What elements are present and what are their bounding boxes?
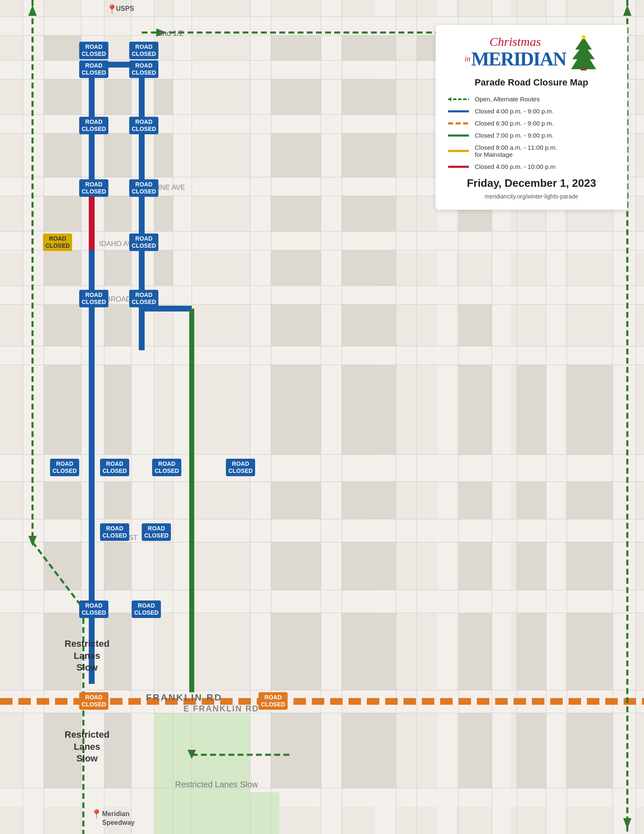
svg-rect-77: [271, 613, 321, 690]
svg-rect-81: [567, 613, 613, 690]
road-closed-badge-1: ROADCLOSED: [79, 42, 108, 59]
svg-rect-54: [271, 196, 321, 231]
svg-rect-68: [342, 482, 396, 519]
svg-rect-28: [44, 250, 81, 286]
svg-marker-158: [571, 37, 596, 69]
legend-line-alternate: [448, 96, 469, 103]
road-closed-badge-lower-2: ROADCLOSED: [100, 459, 129, 476]
road-closed-badge-franklin-1: ROADCLOSED: [79, 692, 108, 710]
svg-rect-83: [104, 542, 131, 590]
legend-label-closed-7-9: Closed 7:00 p.m. - 9:00 p.m.: [475, 132, 554, 139]
svg-rect-37: [104, 196, 131, 231]
svg-rect-73: [342, 542, 396, 590]
svg-rect-65: [517, 365, 546, 455]
legend-date: Friday, December 1, 2023: [448, 177, 615, 190]
road-closed-badge-broadway-1: ROADCLOSED: [79, 290, 108, 307]
legend-box: Christmas in MERIDIAN Parade Road Closur…: [436, 25, 627, 210]
road-closed-badge-3: ROADCLOSED: [79, 60, 108, 78]
svg-point-160: [581, 35, 586, 39]
svg-rect-44: [154, 250, 173, 286]
road-closed-badge-franklin-2: ROADCLOSED: [258, 692, 288, 710]
road-closed-badge-lower-4: ROADCLOSED: [226, 459, 255, 476]
svg-rect-39: [104, 304, 131, 346]
legend-logo: Christmas in MERIDIAN: [448, 35, 615, 70]
svg-rect-47: [417, 35, 438, 60]
road-closed-badge-4: ROADCLOSED: [129, 60, 158, 78]
svg-rect-58: [342, 250, 396, 286]
svg-rect-18: [321, 0, 342, 834]
svg-rect-90: [517, 713, 546, 788]
svg-rect-36: [104, 133, 131, 177]
legend-url: meridiancity.org/winter-lights-parade: [448, 193, 615, 200]
franklin-road-label: E FRANKLIN RD: [183, 704, 259, 713]
svg-rect-78: [342, 613, 396, 690]
svg-rect-26: [44, 133, 81, 177]
svg-rect-35: [104, 79, 131, 115]
logo-christmas-text: Christmas: [465, 35, 566, 48]
svg-rect-79: [459, 613, 492, 690]
svg-rect-27: [44, 196, 81, 231]
svg-rect-45: [271, 35, 321, 60]
road-closed-badge-2: ROADCLOSED: [129, 42, 158, 59]
legend-label-closed-6-9: Closed 6:30 p.m. - 9:00 p.m.: [475, 120, 554, 127]
svg-rect-80: [517, 613, 546, 690]
road-closed-badge-idaho-blue: ROADCLOSED: [129, 234, 158, 251]
svg-rect-30: [44, 365, 81, 455]
legend-item-closed-4-10: Closed 4:00 p.m. - 10:00 p.m: [448, 163, 615, 170]
svg-rect-43: [154, 196, 173, 231]
legend-label-closed-4-9: Closed 4:00 p.m. - 9:00 p.m.: [475, 108, 554, 115]
legend-label-closed-mainstage: Closed 8:00 a.m. - 11:00 p.m.for Mainsta…: [475, 144, 557, 158]
svg-rect-82: [104, 482, 131, 519]
road-closed-badge-king-1: ROADCLOSED: [79, 600, 108, 618]
svg-rect-74: [459, 542, 492, 590]
legend-line-closed-7-9: [448, 132, 469, 139]
legend-item-alternate: Open, Alternate Routes: [448, 95, 615, 103]
svg-rect-75: [517, 542, 546, 590]
svg-rect-50: [342, 79, 396, 115]
svg-rect-87: [271, 713, 321, 788]
svg-rect-63: [342, 365, 396, 455]
road-closed-badge-7: ROADCLOSED: [79, 179, 108, 197]
legend-label-closed-4-10: Closed 4:00 p.m. - 10:00 p.m: [475, 163, 555, 170]
svg-rect-159: [581, 68, 586, 70]
legend-item-closed-7-9: Closed 7:00 p.m. - 9:00 p.m.: [448, 132, 615, 139]
usps-label: USPS: [116, 5, 134, 13]
svg-rect-40: [104, 365, 131, 455]
svg-rect-76: [567, 542, 613, 590]
road-closed-badge-6: ROADCLOSED: [129, 117, 158, 134]
logo-meridian-text: MERIDIAN: [471, 48, 566, 70]
legend-item-closed-4-9: Closed 4:00 p.m. - 9:00 p.m.: [448, 108, 615, 115]
svg-rect-91: [567, 713, 613, 788]
2nd-half-label: 2nd 1/2: [158, 29, 183, 38]
svg-rect-31: [44, 482, 81, 519]
legend-line-closed-mainstage: [448, 148, 469, 154]
svg-rect-24: [44, 35, 81, 60]
speedway-pin: 📍: [91, 809, 102, 820]
road-closed-badge-8: ROADCLOSED: [129, 179, 158, 197]
legend-label-alternate: Open, Alternate Routes: [475, 95, 540, 103]
svg-rect-25: [44, 79, 81, 115]
svg-rect-71: [567, 482, 613, 519]
svg-rect-60: [342, 304, 396, 346]
road-closed-badge-lower-3: ROADCLOSED: [152, 459, 181, 476]
christmas-tree-icon: [569, 35, 598, 70]
speedway-label: MeridianSpeedway: [102, 810, 135, 827]
svg-rect-55: [342, 196, 396, 231]
restricted-lanes-slow-1: RestrictedLanesSlow: [65, 638, 110, 674]
legend-item-closed-6-9: Closed 6:30 p.m. - 9:00 p.m.: [448, 120, 615, 127]
road-closed-badge-5: ROADCLOSED: [79, 117, 108, 134]
restricted-lanes-slow-2: RestrictedLanesSlow: [65, 729, 110, 765]
svg-rect-49: [271, 79, 321, 115]
svg-rect-88: [342, 713, 396, 788]
svg-rect-42: [154, 133, 173, 177]
legend-line-closed-4-9: [448, 108, 469, 115]
svg-rect-51: [271, 133, 321, 177]
svg-rect-41: [154, 79, 173, 115]
legend-title: Parade Road Closure Map: [448, 77, 615, 88]
svg-rect-69: [459, 482, 492, 519]
svg-rect-67: [271, 482, 321, 519]
svg-rect-70: [517, 482, 546, 519]
svg-rect-62: [271, 365, 321, 455]
svg-rect-61: [459, 304, 492, 346]
svg-rect-64: [459, 365, 492, 455]
